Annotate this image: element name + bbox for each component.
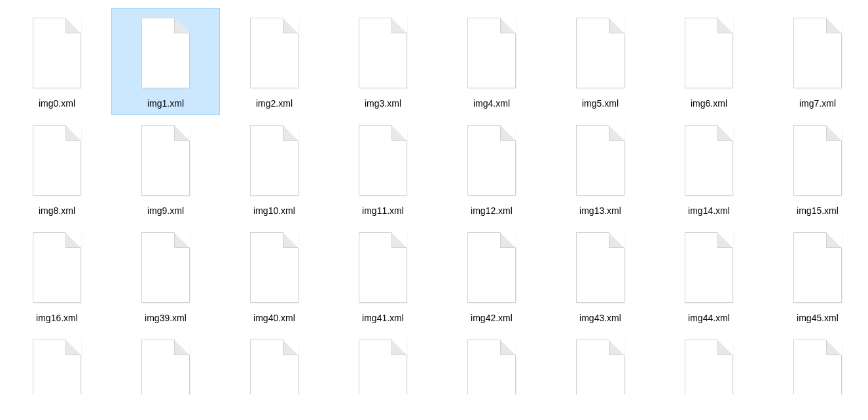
- file-label: img5.xml: [582, 97, 619, 109]
- file-icon: [788, 14, 847, 92]
- file-icon: [27, 228, 86, 307]
- file-item[interactable]: [3, 330, 111, 395]
- file-item[interactable]: img45.xml: [763, 222, 868, 330]
- file-item[interactable]: img3.xml: [329, 8, 437, 115]
- file-label: img1.xml: [147, 97, 184, 109]
- file-label: img9.xml: [147, 205, 184, 217]
- file-item[interactable]: img40.xml: [220, 222, 329, 330]
- file-item[interactable]: [220, 330, 329, 395]
- file-item[interactable]: [437, 330, 546, 395]
- file-icon: [462, 228, 521, 307]
- file-label: img0.xml: [39, 97, 75, 109]
- file-label: img4.xml: [473, 97, 510, 109]
- file-item[interactable]: img16.xml: [3, 222, 111, 330]
- file-icon: [136, 14, 195, 92]
- file-icon: [245, 336, 304, 384]
- file-grid[interactable]: img0.xml img1.xml img2.xml img3.xml img4…: [3, 8, 868, 330]
- file-item[interactable]: img14.xml: [655, 115, 763, 222]
- file-icon: [788, 121, 847, 200]
- file-icon: [462, 14, 521, 92]
- file-item[interactable]: img42.xml: [437, 222, 546, 330]
- file-icon: [136, 336, 195, 384]
- file-label: img41.xml: [362, 312, 404, 324]
- file-icon: [353, 336, 412, 384]
- file-label: img15.xml: [797, 205, 839, 217]
- file-grid-partial[interactable]: [3, 330, 868, 395]
- file-icon: [571, 121, 630, 200]
- file-label: img11.xml: [362, 205, 404, 217]
- file-label: img45.xml: [797, 312, 839, 324]
- file-icon: [245, 14, 304, 92]
- file-item[interactable]: [546, 330, 655, 395]
- file-icon: [27, 121, 86, 200]
- file-item[interactable]: img9.xml: [111, 115, 220, 222]
- file-item[interactable]: img12.xml: [437, 115, 546, 222]
- file-item[interactable]: img5.xml: [546, 8, 655, 115]
- file-icon: [27, 336, 86, 384]
- file-icon: [679, 121, 738, 200]
- file-icon: [571, 14, 630, 92]
- file-icon: [245, 228, 304, 307]
- file-icon: [136, 121, 195, 200]
- file-item[interactable]: img10.xml: [220, 115, 329, 222]
- file-item[interactable]: img39.xml: [111, 222, 220, 330]
- file-label: img2.xml: [256, 97, 293, 109]
- file-label: img10.xml: [253, 205, 295, 217]
- file-icon: [462, 121, 521, 200]
- file-item[interactable]: [111, 330, 220, 395]
- file-icon: [679, 336, 738, 384]
- file-label: img7.xml: [799, 97, 836, 109]
- file-item[interactable]: img44.xml: [655, 222, 763, 330]
- file-icon: [136, 228, 195, 307]
- file-label: img16.xml: [36, 312, 78, 324]
- file-icon: [353, 121, 412, 200]
- file-label: img8.xml: [39, 205, 75, 217]
- file-item[interactable]: img41.xml: [329, 222, 437, 330]
- file-item[interactable]: img11.xml: [329, 115, 437, 222]
- file-item[interactable]: img1.xml: [111, 8, 220, 115]
- file-item[interactable]: [329, 330, 437, 395]
- file-icon: [462, 336, 521, 384]
- file-icon: [788, 336, 847, 384]
- file-label: img39.xml: [145, 312, 187, 324]
- file-item[interactable]: [655, 330, 763, 395]
- file-label: img40.xml: [253, 312, 295, 324]
- file-icon: [679, 14, 738, 92]
- file-icon: [679, 228, 738, 307]
- file-icon: [353, 228, 412, 307]
- file-item[interactable]: img4.xml: [437, 8, 546, 115]
- file-icon: [353, 14, 412, 92]
- file-icon: [245, 121, 304, 200]
- file-label: img3.xml: [365, 97, 401, 109]
- file-item[interactable]: img7.xml: [763, 8, 868, 115]
- file-label: img43.xml: [579, 312, 621, 324]
- file-label: img44.xml: [688, 312, 730, 324]
- file-label: img6.xml: [691, 97, 727, 109]
- file-item[interactable]: img13.xml: [546, 115, 655, 222]
- file-icon: [788, 228, 847, 307]
- file-icon: [571, 228, 630, 307]
- file-label: img14.xml: [688, 205, 730, 217]
- file-item[interactable]: img2.xml: [220, 8, 329, 115]
- file-label: img12.xml: [471, 205, 513, 217]
- file-item[interactable]: img8.xml: [3, 115, 111, 222]
- file-icon: [571, 336, 630, 384]
- file-item[interactable]: img43.xml: [546, 222, 655, 330]
- file-label: img13.xml: [579, 205, 621, 217]
- file-icon: [27, 14, 86, 92]
- file-item[interactable]: [763, 330, 868, 395]
- file-item[interactable]: img15.xml: [763, 115, 868, 222]
- file-label: img42.xml: [471, 312, 513, 324]
- file-item[interactable]: img0.xml: [3, 8, 111, 115]
- file-item[interactable]: img6.xml: [655, 8, 763, 115]
